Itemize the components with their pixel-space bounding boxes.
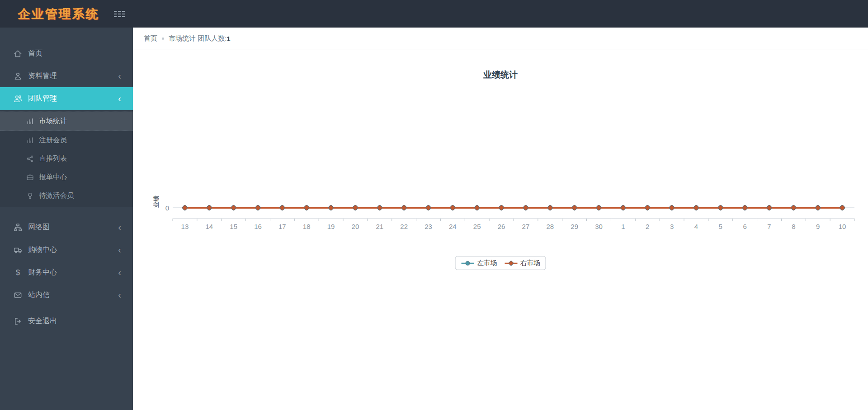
envelope-icon	[14, 291, 22, 299]
svg-text:19: 19	[327, 223, 335, 230]
sidebar-item-label: 团队管理	[28, 94, 57, 103]
submenu-item-label: 注册会员	[39, 135, 67, 145]
legend-item-right-market[interactable]: 右市场	[504, 259, 540, 267]
sidebar-item-label: 网络图	[28, 223, 50, 232]
svg-text:1: 1	[621, 223, 625, 230]
svg-text:15: 15	[230, 223, 237, 230]
svg-text:8: 8	[792, 223, 795, 230]
share-icon	[26, 155, 34, 163]
sidebar-item-logout[interactable]: 安全退出	[0, 310, 133, 332]
submenu-item-direct-referrals[interactable]: 直推列表	[0, 149, 133, 168]
svg-text:17: 17	[278, 223, 286, 230]
sidebar: 首页 资料管理 ‹ 团队管理 ‹ 市场统计 注册会员	[0, 28, 133, 410]
sidebar-item-finance-center[interactable]: $ 财务中心 ‹	[0, 261, 133, 284]
sidebar-item-label: 购物中心	[28, 245, 57, 255]
svg-text:9: 9	[816, 223, 820, 230]
svg-text:14: 14	[205, 223, 213, 230]
app-logo: 企业管理系统	[0, 6, 99, 22]
svg-text:20: 20	[352, 223, 359, 230]
app-window: 企业管理系统 首页 资料管理 ‹ 团队管理 ‹ 市场统计	[0, 0, 868, 410]
submenu-item-order-center[interactable]: 报单中心	[0, 168, 133, 186]
sidebar-item-shopping-center[interactable]: 购物中心 ‹	[0, 238, 133, 261]
team-member-count: 1	[226, 35, 230, 42]
chart-title: 业绩统计	[133, 69, 868, 81]
user-icon	[14, 72, 22, 80]
svg-text:7: 7	[767, 223, 771, 230]
svg-text:24: 24	[449, 223, 457, 230]
svg-text:22: 22	[400, 223, 408, 230]
sidebar-nav: 首页 资料管理 ‹ 团队管理 ‹ 市场统计 注册会员	[0, 28, 133, 332]
svg-text:16: 16	[254, 223, 262, 230]
bar-chart-icon	[26, 136, 34, 144]
svg-text:27: 27	[522, 223, 530, 230]
sidebar-item-site-mail[interactable]: 站内信 ‹	[0, 284, 133, 306]
breadcrumb: 首页 市场统计 团队人数: 1	[133, 28, 868, 50]
bulb-icon	[26, 192, 34, 200]
svg-text:3: 3	[670, 223, 674, 230]
svg-text:2: 2	[646, 223, 649, 230]
breadcrumb-home-link[interactable]: 首页	[144, 34, 157, 43]
breadcrumb-current: 市场统计 团队人数:	[169, 34, 226, 43]
sidebar-item-label: 站内信	[28, 290, 50, 300]
home-icon	[14, 49, 22, 58]
chevron-left-icon: ‹	[118, 290, 121, 299]
svg-text:13: 13	[181, 223, 189, 230]
submenu-item-market-stats[interactable]: 市场统计	[0, 112, 133, 131]
performance-chart: 业绩统计 业绩 0 131415161718192021222324252627…	[133, 50, 868, 303]
chevron-left-icon: ‹	[118, 268, 121, 277]
sidebar-item-network-diagram[interactable]: 网络图 ‹	[0, 216, 133, 238]
svg-text:4: 4	[694, 223, 698, 230]
svg-text:25: 25	[473, 223, 481, 230]
svg-text:18: 18	[303, 223, 311, 230]
submenu-item-pending-members[interactable]: 待激活会员	[0, 186, 133, 205]
sidebar-item-home[interactable]: 首页	[0, 42, 133, 65]
hamburger-icon[interactable]	[111, 8, 127, 20]
svg-text:6: 6	[743, 223, 746, 230]
svg-text:30: 30	[595, 223, 603, 230]
svg-text:28: 28	[546, 223, 554, 230]
right-market-marker-icon	[504, 260, 518, 266]
chevron-left-icon: ‹	[118, 223, 121, 232]
left-market-marker-icon	[461, 260, 475, 266]
bar-chart-icon	[26, 117, 34, 125]
legend-label: 左市场	[477, 259, 497, 267]
team-management-submenu: 市场统计 注册会员 直推列表 报单中心 待激活会员	[0, 110, 133, 207]
legend-item-left-market[interactable]: 左市场	[461, 259, 497, 267]
legend-label: 右市场	[520, 259, 540, 267]
briefcase-icon	[26, 173, 34, 181]
sidebar-item-label: 安全退出	[28, 317, 57, 326]
submenu-item-label: 报单中心	[39, 172, 67, 182]
sidebar-item-label: 资料管理	[28, 71, 57, 81]
truck-icon	[14, 246, 22, 254]
chevron-left-icon: ‹	[118, 71, 121, 80]
submenu-item-registered-members[interactable]: 注册会员	[0, 131, 133, 149]
sidebar-item-label: 首页	[28, 49, 42, 58]
svg-text:10: 10	[839, 223, 846, 230]
submenu-item-label: 直推列表	[39, 154, 67, 163]
chevron-left-icon: ‹	[118, 245, 121, 254]
submenu-item-label: 市场统计	[39, 116, 67, 126]
breadcrumb-separator-icon	[162, 37, 164, 40]
svg-text:23: 23	[425, 223, 432, 230]
svg-text:21: 21	[376, 223, 383, 230]
sidebar-item-team-management[interactable]: 团队管理 ‹	[0, 87, 133, 110]
dollar-icon: $	[14, 268, 22, 277]
svg-text:26: 26	[498, 223, 505, 230]
main-content: 首页 市场统计 团队人数: 1 业绩统计 业绩 0 13141516171819…	[133, 28, 868, 410]
chevron-left-icon: ‹	[118, 94, 121, 103]
svg-text:29: 29	[571, 223, 578, 230]
sidebar-item-profile-management[interactable]: 资料管理 ‹	[0, 65, 133, 87]
topbar: 企业管理系统	[0, 0, 868, 28]
sitemap-icon	[14, 223, 22, 232]
submenu-item-label: 待激活会员	[39, 191, 74, 200]
signout-icon	[14, 317, 22, 326]
chart-legend: 左市场 右市场	[455, 256, 546, 270]
line-plot: 1314151617181920212223242526272829301234…	[133, 122, 868, 258]
svg-text:5: 5	[719, 223, 722, 230]
users-icon	[14, 94, 22, 103]
sidebar-item-label: 财务中心	[28, 268, 57, 277]
